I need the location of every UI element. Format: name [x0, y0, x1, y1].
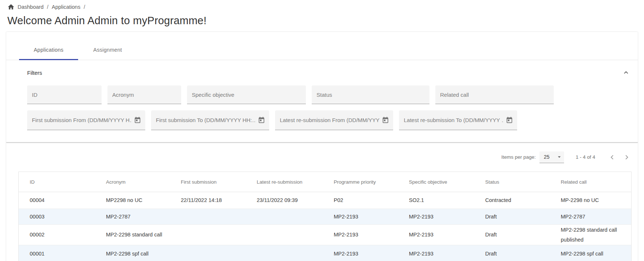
filter-field-status [312, 85, 429, 104]
page-size-value: 25 [544, 154, 556, 160]
table-cell: 00001 [19, 245, 95, 261]
datepicker-toggle-button[interactable] [132, 115, 143, 126]
filter-date-field-1 [151, 110, 269, 130]
filter-input-id[interactable] [32, 92, 99, 98]
table-cell: Draft [474, 225, 550, 245]
table-cell: MP2-2298 standard call published [550, 225, 631, 245]
filter-input-status[interactable] [316, 92, 427, 98]
applications-table: IDAcronymFirst submissionLatest re-submi… [18, 172, 632, 261]
breadcrumb-item-applications[interactable]: Applications [52, 4, 80, 10]
table-row[interactable]: 00001MP2-2298 spf callMP2-2193MP2-2193Dr… [19, 245, 631, 261]
datepicker-toggle-button[interactable] [380, 115, 391, 126]
column-header-status: Status [474, 172, 550, 192]
calendar-icon [382, 117, 389, 124]
previous-page-button[interactable] [605, 150, 619, 165]
table-cell [170, 225, 246, 245]
table-cell: MP2-2787 [550, 209, 631, 225]
chevron-left-icon [608, 153, 616, 162]
table-cell: P02 [323, 192, 398, 209]
tab-bar: ApplicationsAssignment [6, 32, 638, 60]
column-header-latest-re-submission: Latest re-submission [246, 172, 323, 192]
filter-input-specific-objective[interactable] [192, 92, 304, 98]
table-cell: MP2-2787 [95, 209, 170, 225]
table-cell: MP2-2193 [398, 245, 474, 261]
filters-header: Filters [6, 68, 638, 77]
paginator-range-label: 1 - 4 of 4 [576, 154, 595, 160]
home-icon[interactable] [7, 3, 15, 11]
table-cell [246, 225, 323, 245]
table-cell: MP2-2193 [323, 225, 398, 245]
table-row[interactable]: 00003MP2-2787MP2-2193MP2-2193DraftMP2-27… [19, 209, 631, 225]
tab-assignment[interactable]: Assignment [78, 40, 137, 60]
column-header-first-submission: First submission [170, 172, 246, 192]
table-cell [170, 245, 246, 261]
filter-date-field-0 [27, 110, 145, 130]
page-title: Welcome Admin Admin to myProgramme! [7, 15, 644, 27]
chevron-right-icon [622, 153, 631, 162]
filter-input-acronym[interactable] [112, 92, 179, 98]
column-header-related-call: Related call [550, 172, 631, 192]
table-cell [246, 209, 323, 225]
table-cell: 00004 [19, 192, 95, 209]
column-header-id: ID [19, 172, 95, 192]
table-cell: Draft [474, 209, 550, 225]
chevron-up-icon [622, 69, 630, 77]
calendar-icon [258, 117, 265, 124]
table-body: 00004MP2298 no UC22/11/2022 14:1823/11/2… [19, 192, 631, 261]
table-cell [170, 209, 246, 225]
table-cell: MP2-2298 spf call [95, 245, 170, 261]
filter-field-specific-objective [187, 85, 306, 104]
tab-applications[interactable]: Applications [19, 40, 78, 60]
breadcrumb-item-dashboard[interactable]: Dashboard [18, 4, 44, 10]
tab-label: Applications [34, 47, 63, 53]
table-row[interactable]: 00002MP2-2298 standard callMP2-2193MP2-2… [19, 225, 631, 245]
filter-date-field-2 [275, 110, 393, 130]
table-cell: MP2-2193 [398, 225, 474, 245]
filter-date-field-3 [399, 110, 517, 130]
calendar-icon [506, 117, 513, 124]
page-size-select[interactable]: 25 [539, 151, 564, 163]
table-cell: Contracted [474, 192, 550, 209]
filter-date-input-2[interactable] [280, 117, 380, 123]
table-cell: MP2-2193 [398, 209, 474, 225]
filter-date-input-1[interactable] [156, 117, 256, 123]
table-row[interactable]: 00004MP2298 no UC22/11/2022 14:1823/11/2… [19, 192, 631, 209]
column-header-programme-priority: Programme priority [323, 172, 398, 192]
filters-title: Filters [27, 70, 42, 76]
table-cell: 22/11/2022 14:18 [170, 192, 246, 209]
main-card: ApplicationsAssignment Filters Items per… [6, 32, 638, 261]
items-per-page-label: Items per page: [501, 154, 536, 160]
breadcrumb-separator: / [84, 4, 85, 10]
breadcrumb: Dashboard/Applications/ [0, 0, 644, 11]
table-cell: 00002 [19, 225, 95, 245]
breadcrumb-items: Dashboard/Applications/ [18, 4, 88, 10]
table-cell [246, 245, 323, 261]
table-cell: MP2-2193 [323, 245, 398, 261]
filter-date-input-0[interactable] [32, 117, 132, 123]
calendar-icon [134, 117, 141, 124]
table-cell: MP2298 no UC [95, 192, 170, 209]
table-cell: MP2-2298 spf call [550, 245, 631, 261]
filters-row-dates [6, 110, 638, 130]
datepicker-toggle-button[interactable] [256, 115, 267, 126]
next-page-button[interactable] [619, 150, 634, 165]
column-header-specific-objective: Specific objective [398, 172, 474, 192]
table-cell: 23/11/2022 09:39 [246, 192, 323, 209]
table-header-row: IDAcronymFirst submissionLatest re-submi… [19, 172, 631, 192]
filter-field-related-call [435, 85, 554, 104]
breadcrumb-separator: / [47, 4, 48, 10]
column-header-acronym: Acronym [95, 172, 170, 192]
paginator: Items per page: 25 1 - 4 of 4 [6, 143, 638, 172]
filter-input-related-call[interactable] [440, 92, 552, 98]
filter-date-input-3[interactable] [404, 117, 504, 123]
table-cell: MP-2298 no UC [550, 192, 631, 209]
caret-down-icon [556, 154, 563, 160]
table-cell: MP2-2193 [323, 209, 398, 225]
table-cell: MP2-2298 standard call [95, 225, 170, 245]
datepicker-toggle-button[interactable] [504, 115, 515, 126]
filter-field-acronym [107, 85, 181, 104]
table-cell: 00003 [19, 209, 95, 225]
filters-row-text [6, 85, 638, 104]
filters-collapse-button[interactable] [622, 68, 630, 77]
filter-field-id [27, 85, 102, 104]
